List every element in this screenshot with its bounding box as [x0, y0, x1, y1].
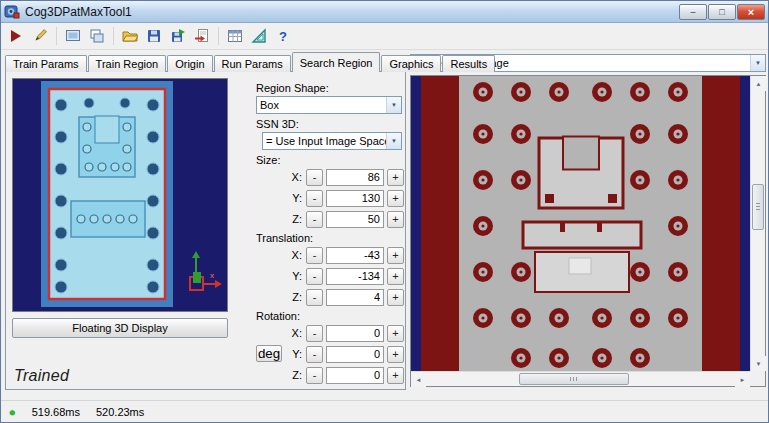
translation-x-increment-button[interactable]: + — [387, 247, 404, 264]
floating-3d-display-button[interactable]: Floating 3D Display — [12, 318, 228, 338]
deg-units-button[interactable]: deg — [256, 345, 282, 362]
size-x-input[interactable] — [326, 169, 384, 186]
tab-train-region[interactable]: Train Region — [88, 55, 167, 72]
save-image-icon — [170, 28, 186, 44]
window-title: Cog3DPatMaxTool1 — [25, 5, 132, 19]
tab-train-params[interactable]: Train Params — [5, 55, 87, 72]
translation-y-input[interactable] — [326, 268, 384, 285]
size-y-label: Y: — [292, 192, 302, 204]
size-label: Size: — [256, 154, 404, 166]
image-display-button[interactable] — [62, 25, 84, 47]
tab-label: Search Region — [300, 57, 373, 69]
tab-label: Graphics — [389, 58, 433, 70]
rotation-y-increment-button[interactable]: + — [387, 346, 404, 363]
run-tool-button[interactable] — [5, 25, 27, 47]
translation-z-increment-button[interactable]: + — [387, 289, 404, 306]
ssn-3d-value: = Use Input Image Space — [263, 135, 386, 147]
translation-z-decrement-button[interactable]: - — [306, 289, 323, 306]
tab-strip: Train Params Train Region Origin Run Par… — [5, 52, 496, 72]
rotation-x-input[interactable] — [326, 325, 384, 342]
size-z-increment-button[interactable]: + — [387, 211, 404, 228]
status-ok-icon: ● — [9, 406, 16, 418]
size-y-decrement-button[interactable]: - — [306, 190, 323, 207]
size-z-input[interactable] — [326, 211, 384, 228]
run-tool-icon — [8, 28, 24, 44]
rotation-z-increment-button[interactable]: + — [387, 367, 404, 384]
translation-x-decrement-button[interactable]: - — [306, 247, 323, 264]
horizontal-scroll-thumb[interactable] — [519, 373, 629, 385]
size-x-row: X: - + — [256, 168, 404, 186]
vertical-scroll-thumb[interactable] — [752, 184, 764, 230]
save-button[interactable] — [143, 25, 165, 47]
scroll-left-icon: ◄ — [416, 377, 422, 383]
scroll-down-button[interactable]: ▼ — [751, 356, 766, 371]
maximize-icon: □ — [719, 7, 724, 17]
edit-graphics-button[interactable] — [29, 25, 51, 47]
size-z-label: Z: — [292, 213, 302, 225]
ssn-3d-combobox[interactable]: = Use Input Image Space ▼ — [262, 132, 402, 150]
rotation-y-input[interactable] — [326, 346, 384, 363]
floating-3d-display-label: Floating 3D Display — [72, 322, 167, 334]
rotation-z-decrement-button[interactable]: - — [306, 367, 323, 384]
rotation-z-row: Z: - + — [256, 366, 404, 384]
rotation-x-label: X: — [292, 327, 302, 339]
size-x-increment-button[interactable]: + — [387, 169, 404, 186]
rotation-y-decrement-button[interactable]: - — [306, 346, 323, 363]
scroll-left-button[interactable]: ◄ — [411, 372, 426, 387]
translation-z-input[interactable] — [326, 289, 384, 306]
tab-results[interactable]: Results — [442, 55, 495, 72]
horizontal-scrollbar[interactable]: ◄ ► — [411, 371, 750, 386]
tab-label: Train Params — [13, 58, 79, 70]
scroll-right-button[interactable]: ► — [735, 372, 750, 387]
input-image-display[interactable]: ▲ ▼ ◄ ► — [410, 75, 766, 387]
chevron-down-icon: ▼ — [386, 97, 401, 113]
scroll-up-button[interactable]: ▲ — [751, 76, 766, 91]
region-shape-combobox[interactable]: Box ▼ — [256, 96, 402, 114]
input-image — [411, 76, 750, 371]
minimize-button[interactable]: – — [679, 4, 707, 20]
geometry-button[interactable] — [248, 25, 270, 47]
size-y-row: Y: - + — [256, 189, 404, 207]
tab-run-params[interactable]: Run Params — [214, 55, 291, 72]
translation-x-label: X: — [292, 249, 302, 261]
results-grid-button[interactable] — [224, 25, 246, 47]
rotation-x-increment-button[interactable]: + — [387, 325, 404, 342]
translation-y-increment-button[interactable]: + — [387, 268, 404, 285]
rotation-x-decrement-button[interactable]: - — [306, 325, 323, 342]
size-z-decrement-button[interactable]: - — [306, 211, 323, 228]
toolbar: ? — [1, 23, 768, 50]
tab-search-region[interactable]: Search Region — [292, 52, 381, 72]
tab-origin[interactable]: Origin — [167, 55, 212, 72]
size-y-input[interactable] — [326, 190, 384, 207]
toolbar-separator — [218, 27, 219, 45]
search-region-controls: Region Shape: Box ▼ SSN 3D: = Use Input … — [256, 78, 404, 387]
translation-y-decrement-button[interactable]: - — [306, 268, 323, 285]
open-file-button[interactable] — [119, 25, 141, 47]
tab-graphics[interactable]: Graphics — [381, 55, 441, 72]
close-button[interactable]: × — [737, 4, 765, 20]
scrollbar-corner — [750, 371, 765, 386]
geometry-icon — [251, 28, 267, 44]
save-image-button[interactable] — [167, 25, 189, 47]
rotation-z-input[interactable] — [326, 367, 384, 384]
translation-y-row: Y: - + — [256, 267, 404, 285]
help-button[interactable]: ? — [272, 25, 294, 47]
window-icon — [4, 4, 20, 20]
size-x-decrement-button[interactable]: - — [306, 169, 323, 186]
title-bar[interactable]: Cog3DPatMaxTool1 – □ × — [1, 1, 768, 23]
import-image-button[interactable] — [191, 25, 213, 47]
minimize-icon: – — [690, 7, 695, 17]
scroll-up-icon: ▲ — [756, 81, 762, 87]
windows-button[interactable] — [86, 25, 108, 47]
svg-text:x: x — [210, 271, 214, 280]
translation-x-input[interactable] — [326, 247, 384, 264]
trained-status-label: Trained — [14, 367, 69, 385]
maximize-button[interactable]: □ — [708, 4, 736, 20]
status-bar: ● 519.68ms 520.23ms — [1, 400, 768, 422]
tab-label: Results — [450, 58, 487, 70]
size-y-increment-button[interactable]: + — [387, 190, 404, 207]
vertical-scrollbar[interactable]: ▲ ▼ — [750, 76, 765, 371]
chevron-down-icon: ▼ — [386, 133, 401, 149]
help-icon: ? — [279, 29, 287, 44]
3d-display-viewport[interactable]: x — [12, 78, 228, 312]
